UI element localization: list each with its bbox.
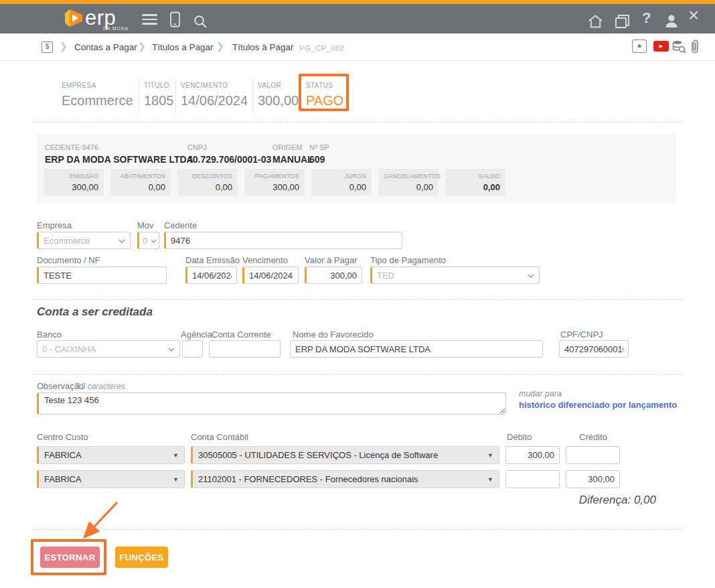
tipo-pagamento-select-value: TED [377, 271, 394, 281]
cnpj-value: 40.729.706/0001-03 [187, 154, 271, 165]
total-value: 0,00 [317, 182, 366, 192]
summary-valor-value: 300,00 [258, 93, 299, 108]
total-label: SALDO [451, 172, 500, 179]
cnpj-label: CNPJ [187, 143, 271, 151]
topbar: erp DA MODA ? × [0, 4, 715, 33]
vencimento-label: Vencimento [242, 255, 288, 265]
banco-select-value: 0 - CAIXINHA [42, 344, 96, 354]
summary-empresa: EMPRESA Ecommerce [62, 82, 133, 108]
credito-header: Crédito [579, 432, 607, 442]
centro-custo-dropdown-row1[interactable]: FABRICA ▼ [37, 446, 185, 464]
empresa-select[interactable]: Ecommerce [37, 232, 131, 249]
user-icon[interactable] [664, 13, 679, 29]
caret-down-icon: ▼ [173, 476, 179, 483]
dashed-separator [32, 122, 683, 123]
section-heading-conta-creditada: Conta a ser creditada [37, 305, 153, 319]
cpf-cnpj-label: CPF/CNPJ [560, 329, 603, 340]
total-box-emissao: EMISSÃO 300,00 [44, 169, 104, 196]
mov-label: Mov [137, 220, 154, 230]
cedente-label: CEDENTE 9476 [45, 143, 193, 151]
dashed-separator [32, 529, 683, 530]
conta-contabil-value: 30505005 - UTILIDADES E SERVIÇOS - Licen… [198, 450, 438, 460]
centro-custo-value: FABRICA [44, 474, 82, 484]
summary-status: STATUS PAGO [306, 82, 343, 108]
chevron-down-icon [168, 348, 175, 352]
home-icon[interactable] [588, 14, 603, 29]
close-icon[interactable]: × [688, 5, 699, 26]
breadcrumb-item-titulos-a-pagar[interactable]: Títulos a Pagar [152, 42, 214, 52]
conta-contabil-dropdown-row1[interactable]: 30505005 - UTILIDADES E SERVIÇOS - Licen… [191, 446, 499, 464]
summary-vencimento-label: VENCIMENTO [181, 82, 248, 89]
tipo-pagamento-label: Tipo de Pagamento [370, 255, 446, 265]
funcoes-button[interactable]: FUNÇÕES [115, 546, 168, 568]
conta-contabil-dropdown-row2[interactable]: 21102001 - FORNECEDORES - Fornecedores n… [191, 470, 499, 488]
diferenca-value: 0,00 [634, 494, 656, 506]
data-emissao-input[interactable] [185, 267, 237, 284]
total-label: DESCONTOS [183, 172, 232, 179]
breadcrumb-chevron-icon: ❯ [60, 41, 68, 52]
mobile-icon[interactable] [169, 11, 181, 27]
agencia-input[interactable] [182, 340, 203, 358]
status-badge: PAGO [306, 93, 343, 108]
breadcrumb-item-contas-a-pagar[interactable]: Contas a Pagar [74, 42, 137, 52]
credito-input-row1[interactable] [566, 446, 620, 464]
youtube-icon[interactable]: ▶ [653, 41, 669, 52]
nsp-label: Nº SP [309, 143, 329, 151]
caret-down-icon: ▼ [487, 452, 493, 459]
valor-a-pagar-input[interactable] [305, 267, 362, 284]
centro-custo-dropdown-row2[interactable]: FABRICA ▼ [37, 470, 185, 488]
favorecido-label: Nome do Favorecido [293, 329, 374, 340]
documento-label: Documento / NF [37, 255, 100, 265]
search-icon[interactable] [193, 15, 208, 29]
total-box-descontos: DESCONTOS 0,00 [177, 169, 238, 196]
credito-input-row2[interactable] [566, 470, 620, 488]
vencimento-input[interactable] [242, 267, 299, 284]
cedente-input[interactable] [164, 232, 402, 249]
summary-empresa-value: Ecommerce [62, 93, 133, 108]
summary-vencimento-value: 14/06/2024 [181, 93, 248, 108]
conta-corrente-label: Conta Corrente [212, 329, 271, 340]
cedente-panel: CEDENTE 9476 ERP DA MODA SOFTWARE LTDA C… [37, 134, 676, 203]
total-box-cancelamentos: CANCELAMENTOS 0,00 [378, 169, 439, 196]
tipo-pagamento-select[interactable]: TED [370, 267, 540, 284]
windows-cascade-icon[interactable] [615, 14, 631, 29]
menu-icon[interactable] [142, 14, 157, 27]
cpf-cnpj-input[interactable] [559, 340, 629, 358]
diferenca-text: Diferença: 0,00 [469, 494, 656, 507]
nsp-block: Nº SP 609 [309, 143, 329, 165]
summary-valor: VALOR 300,00 [258, 82, 299, 108]
banco-select[interactable]: 0 - CAIXINHA [37, 340, 180, 358]
estornar-button[interactable]: ESTORNAR [40, 546, 100, 568]
observacao-counter: 13 caracteres [76, 382, 125, 391]
conta-contabil-header: Conta Contábil [191, 432, 248, 442]
documento-input[interactable] [37, 267, 167, 284]
breadcrumb: $ ❯ Contas a Pagar ❯ Títulos a Pagar ❯ T… [0, 33, 715, 61]
breadcrumb-chevron-icon: ❯ [216, 41, 224, 52]
finance-module-icon[interactable]: $ [42, 42, 53, 53]
observacao-textarea[interactable]: Teste 123 456 [37, 392, 506, 415]
debito-input-row2[interactable] [505, 470, 560, 488]
conta-contabil-value: 21102001 - FORNECEDORES - Fornecedores n… [198, 474, 418, 484]
chevron-down-icon [151, 239, 157, 243]
attachment-icon[interactable] [690, 39, 700, 55]
summary-titulo-label: TÍTULO [144, 82, 174, 89]
favorecido-input[interactable] [290, 340, 543, 358]
nsp-value: 609 [309, 154, 329, 165]
debito-input-row1[interactable] [505, 446, 560, 464]
mov-select[interactable]: 0 [137, 232, 159, 249]
total-label: JUROS [317, 172, 366, 179]
mudar-para-text: mudar para [519, 389, 562, 398]
empresa-select-value: Ecommerce [44, 236, 90, 246]
total-value: 0,00 [451, 182, 500, 192]
data-search-icon[interactable] [671, 40, 686, 54]
favorite-icon[interactable]: ★ [632, 40, 647, 53]
chevron-down-icon [528, 274, 534, 278]
cedente-name: ERP DA MODA SOFTWARE LTDA [45, 154, 193, 165]
total-box-juros: JUROS 0,00 [311, 169, 372, 196]
historico-diferenciado-link[interactable]: histórico diferenciado por lançamento [519, 400, 677, 410]
logo-play-icon [64, 7, 84, 29]
divider [252, 79, 253, 114]
conta-corrente-input[interactable] [209, 340, 281, 358]
empresa-label: Empresa [37, 220, 72, 230]
help-icon[interactable]: ? [642, 9, 651, 27]
